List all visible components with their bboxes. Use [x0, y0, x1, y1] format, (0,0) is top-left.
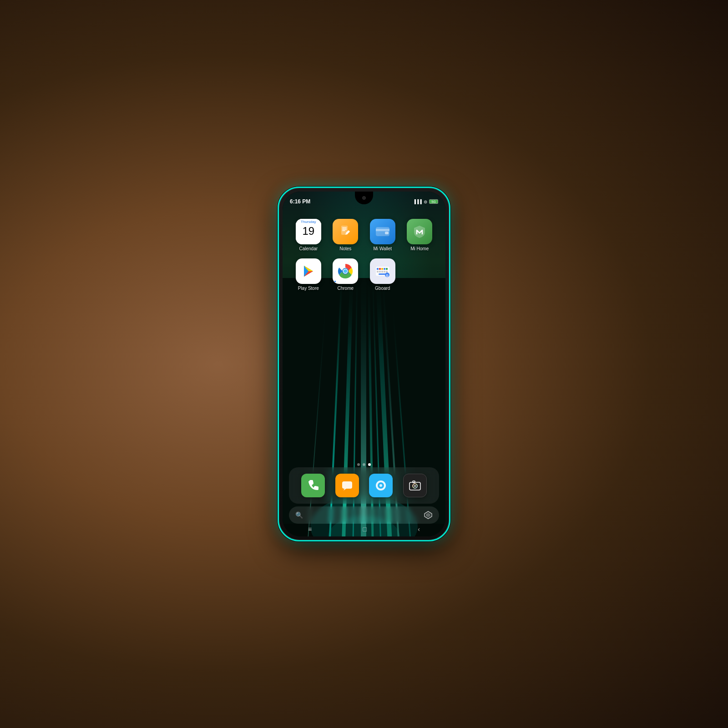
svg-rect-18	[376, 229, 389, 231]
nav-menu[interactable]: ≡	[308, 526, 312, 533]
battery-icon: 5G	[429, 199, 438, 204]
svg-rect-34	[386, 271, 388, 273]
svg-rect-14	[342, 228, 347, 228]
calendar-header: Thursday	[296, 219, 321, 225]
app-item-mihome[interactable]: Mi Home	[403, 219, 437, 251]
search-bar[interactable]: 🔍	[289, 506, 439, 524]
calendar-label: Calendar	[299, 246, 318, 251]
svg-rect-15	[342, 229, 347, 230]
miwallet-icon[interactable]	[370, 219, 395, 244]
signal-icon: ▐▐▐	[413, 199, 422, 204]
app-vault-logo[interactable]	[424, 511, 433, 520]
chrome-svg	[337, 263, 354, 279]
wifi-icon: ⊚	[424, 199, 427, 204]
miwallet-label: Mi Wallet	[373, 246, 392, 251]
svg-rect-25	[377, 268, 379, 270]
playstore-icon[interactable]	[296, 258, 321, 284]
svg-point-41	[379, 484, 382, 487]
app-vault-icon	[424, 511, 433, 520]
dock-messages[interactable]	[335, 474, 359, 497]
svg-text:G: G	[386, 274, 389, 277]
svg-rect-32	[381, 271, 383, 273]
page-dots	[283, 463, 445, 466]
pencil-svg	[339, 225, 352, 238]
scene: 6:16 PM ▐▐▐ ⊚ 5G Thursday 19	[0, 0, 728, 728]
mihome-icon[interactable]	[407, 219, 432, 244]
dock-camera[interactable]	[403, 474, 427, 497]
app-item-miwallet[interactable]: Mi Wallet	[366, 219, 399, 251]
page-dot-2[interactable]	[363, 463, 365, 466]
app-item-chrome[interactable]: Chrome	[329, 258, 363, 291]
svg-rect-26	[379, 268, 381, 270]
calendar-date: 19	[302, 226, 314, 237]
page-dot-1[interactable]	[357, 463, 360, 466]
svg-point-44	[414, 485, 416, 487]
camera-icon	[409, 479, 421, 492]
status-time: 6:16 PM	[290, 198, 310, 205]
svg-rect-45	[413, 481, 415, 483]
chrome-icon[interactable]	[333, 258, 358, 284]
gboard-svg: G	[375, 265, 390, 278]
search-icon: 🔍	[295, 511, 303, 519]
svg-rect-27	[381, 268, 383, 270]
nav-back[interactable]: ‹	[418, 526, 420, 533]
svg-rect-28	[384, 268, 385, 270]
phone-icon	[307, 479, 319, 492]
svg-point-23	[344, 269, 347, 273]
notes-icon[interactable]	[333, 219, 358, 244]
nav-bar: ≡ □ ‹	[283, 524, 445, 536]
miwallet-svg	[375, 225, 390, 238]
mihome-svg	[412, 224, 427, 239]
app-grid: Thursday 19 Calendar	[283, 214, 445, 295]
dock-quickball[interactable]	[369, 474, 393, 497]
calendar-icon[interactable]: Thursday 19	[296, 219, 321, 244]
playstore-label: Play Store	[298, 286, 319, 291]
gboard-icon[interactable]: G	[370, 258, 395, 284]
svg-rect-29	[386, 268, 388, 270]
mihome-label: Mi Home	[410, 246, 429, 251]
dock	[289, 467, 439, 504]
status-icons: ▐▐▐ ⊚ 5G	[413, 199, 438, 204]
dock-phone[interactable]	[301, 474, 325, 497]
app-item-gboard[interactable]: G Gboard	[366, 258, 399, 291]
app-item-playstore[interactable]: Play Store	[292, 258, 325, 291]
playstore-svg	[301, 264, 316, 278]
svg-rect-16	[342, 230, 345, 231]
chrome-badge	[334, 280, 336, 283]
gboard-label: Gboard	[375, 286, 390, 291]
app-item-notes[interactable]: Notes	[329, 219, 363, 251]
nav-home[interactable]: □	[363, 526, 367, 533]
chrome-label: Chrome	[337, 286, 354, 291]
notes-label: Notes	[339, 246, 351, 251]
svg-rect-30	[377, 271, 379, 273]
svg-rect-19	[385, 232, 389, 234]
svg-marker-48	[426, 513, 430, 517]
phone-device: 6:16 PM ▐▐▐ ⊚ 5G Thursday 19	[278, 187, 450, 541]
page-dot-3[interactable]	[368, 463, 371, 466]
quickball-icon	[374, 479, 387, 492]
camera-dot	[362, 196, 366, 200]
phone-screen: 6:16 PM ▐▐▐ ⊚ 5G Thursday 19	[283, 192, 445, 536]
svg-rect-38	[342, 481, 352, 489]
svg-rect-33	[384, 271, 385, 273]
svg-rect-31	[379, 271, 381, 273]
messages-icon	[341, 479, 354, 492]
app-item-calendar[interactable]: Thursday 19 Calendar	[292, 219, 325, 251]
